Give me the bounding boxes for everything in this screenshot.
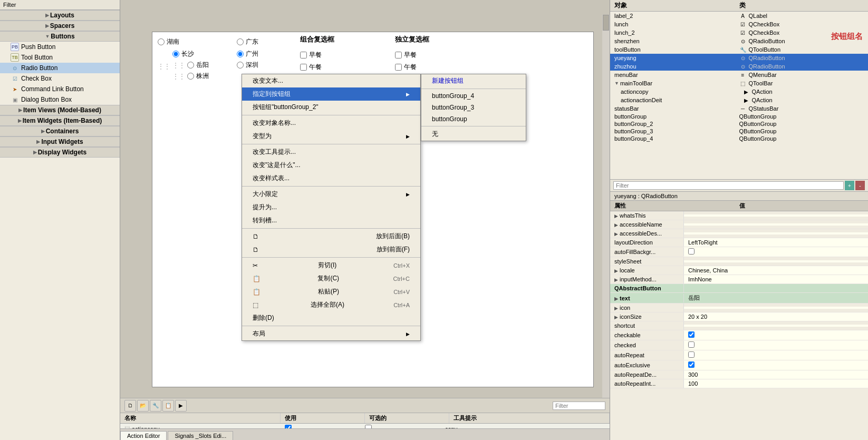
prop-row-shortcut[interactable]: shortcut — [610, 321, 868, 330]
obj-row-lunch2[interactable]: lunch_2 ☑QCheckBox — [610, 28, 868, 37]
menu-goto-slot[interactable]: 转到槽... — [242, 214, 420, 227]
combo-lunch[interactable]: 午餐 — [300, 63, 322, 72]
menu-promote[interactable]: 提升为... — [242, 201, 420, 214]
obj-row-zhuzhou[interactable]: zhuzhou ⊙QRadioButton — [610, 62, 868, 71]
menu-cut[interactable]: ✂ 剪切(I) Ctrl+X — [242, 259, 420, 272]
prop-row-autoexclusive[interactable]: autoExclusive — [610, 360, 868, 370]
action-used-1[interactable] — [285, 425, 292, 428]
combo-breakfast[interactable]: 早餐 — [300, 51, 322, 60]
prop-row-autofill[interactable]: autoFillBackgr... — [610, 247, 868, 257]
prop-row-layoutdirection[interactable]: layoutDirection LeftToRight — [610, 238, 868, 247]
prop-row-stylesheet[interactable]: styleSheet — [610, 257, 868, 266]
sidebar-item-radio-button[interactable]: ⊙ Radio Button — [0, 63, 120, 73]
icon-btn-1[interactable]: 🗋 — [124, 400, 136, 412]
obj-row-toolbutton[interactable]: toolButton 🔧QToolButton — [610, 45, 868, 54]
sidebar-item-command-link[interactable]: ➤ Command Link Button — [0, 84, 120, 94]
sidebar-item-input-widgets[interactable]: ▶ Input Widgets — [0, 136, 120, 147]
menu-size-limit[interactable]: 大小限定 — [242, 188, 420, 201]
prop-remove-btn[interactable]: - — [855, 181, 865, 190]
sidebar-item-spacers[interactable]: ▶ Spacers — [0, 21, 120, 31]
prop-row-iconsize[interactable]: ▶iconSize 20 x 20 — [610, 312, 868, 321]
menu-button-group2[interactable]: 按钮组"buttonGroup_2" — [242, 101, 420, 114]
submenu-group3[interactable]: buttonGroup_3 — [421, 102, 526, 113]
scrollbar-thumb[interactable] — [603, 15, 609, 31]
obj-row-lunch[interactable]: lunch ☑QCheckBox — [610, 20, 868, 28]
ind-lunch[interactable]: 午餐 — [395, 63, 417, 72]
radio-hunan[interactable]: 湖南 — [158, 37, 209, 46]
tab-action-editor[interactable]: Action Editor — [120, 431, 167, 440]
obj-row-menubar[interactable]: menuBar ≡QMenuBar — [610, 71, 868, 79]
prop-filter-input[interactable] — [613, 181, 844, 190]
prop-row-icon[interactable]: ▶icon — [610, 304, 868, 312]
prop-row-text[interactable]: ▶text 岳阳 — [610, 293, 868, 304]
prop-row-locale[interactable]: ▶locale Chinese, China — [610, 266, 868, 275]
autofill-checkbox[interactable] — [688, 248, 695, 255]
obj-row-shenzhen[interactable]: shenzhen ⊙QRadioButton — [610, 37, 868, 45]
obj-row-buttongroup4[interactable]: buttonGroup_4 QButtonGroup — [610, 135, 868, 142]
icon-btn-4[interactable]: 📋 — [162, 400, 174, 412]
sidebar-item-layouts[interactable]: ▶ Layouts — [0, 10, 120, 21]
submenu-none[interactable]: 无 — [421, 128, 526, 141]
menu-change-stylesheet[interactable]: 改变样式表... — [242, 172, 420, 185]
menu-assign-group[interactable]: 指定到按钮组 — [242, 87, 420, 101]
obj-row-label2[interactable]: label_2 AQLabel — [610, 12, 868, 20]
prop-row-accessibledes[interactable]: ▶accessibleDes... — [610, 229, 868, 238]
action-row-1[interactable]: ⬚ actioncopy copy — [120, 424, 610, 428]
radio-guangdong[interactable]: 广东 — [237, 37, 258, 46]
radio-shenzhen[interactable]: 深圳 — [237, 61, 258, 70]
prop-row-inputmethod[interactable]: ▶inputMethod... ImhNone — [610, 275, 868, 284]
autorepeat-checkbox[interactable] — [688, 351, 695, 358]
menu-bring-front[interactable]: 🗋放到前面(F) — [242, 243, 420, 256]
sidebar-item-display-widgets[interactable]: ▶ Display Widgets — [0, 147, 120, 158]
prop-add-btn[interactable]: + — [845, 181, 854, 190]
checkable-checkbox[interactable] — [688, 331, 695, 338]
tab-signals-slots[interactable]: Signals _Slots Edi... — [168, 431, 233, 440]
autoexclusive-checkbox[interactable] — [688, 361, 695, 368]
menu-select-all[interactable]: ⬚ 选择全部(A) Ctrl+A — [242, 298, 420, 311]
radio-changsha[interactable]: 长沙 — [172, 50, 209, 58]
sidebar-item-dialog-button[interactable]: ▣ Dialog Button Box — [0, 94, 120, 105]
prop-row-checkable[interactable]: checkable — [610, 330, 868, 340]
menu-change-name[interactable]: 改变对象名称... — [242, 116, 420, 130]
obj-row-maintoolbar[interactable]: ▼mainToolBar ⬚QToolBar — [610, 79, 868, 87]
obj-row-buttongroup3[interactable]: buttonGroup_3 QButtonGroup — [610, 128, 868, 135]
vertical-scrollbar[interactable] — [602, 15, 610, 398]
obj-row-actiondeit[interactable]: actionactionDeit ▶QAction — [610, 96, 868, 104]
menu-delete[interactable]: 删除(D) — [242, 311, 420, 325]
action-optional-1[interactable] — [365, 425, 372, 428]
menu-morph[interactable]: 变型为 — [242, 130, 420, 143]
obj-row-buttongroup2[interactable]: buttonGroup_2 QButtonGroup — [610, 120, 868, 128]
obj-row-yueyang[interactable]: yueyang ⊙QRadioButton — [610, 54, 868, 62]
obj-row-statusbar[interactable]: statusBar ─QStatusBar — [610, 104, 868, 113]
menu-change-whatsthis[interactable]: 改变"这是什么"... — [242, 159, 420, 172]
sidebar-item-item-widgets[interactable]: ▶ Item Widgets (Item-Based) — [0, 115, 120, 126]
radio-zhuzhou[interactable]: ⋮⋮ 株洲 — [172, 72, 209, 81]
menu-copy[interactable]: 📋 复制(C) Ctrl+C — [242, 272, 420, 285]
prop-row-accessiblename[interactable]: ▶accessibleName — [610, 220, 868, 229]
sidebar-item-item-views[interactable]: ▶ Item Views (Model-Based) — [0, 105, 120, 115]
icon-btn-3[interactable]: 🔧 — [150, 400, 161, 412]
icon-btn-5[interactable]: ▶ — [175, 400, 187, 412]
prop-row-whatsthis[interactable]: ▶whatsThis — [610, 211, 868, 220]
icon-btn-2[interactable]: 📂 — [137, 400, 149, 412]
obj-row-actioncopy[interactable]: actioncopy ▶QAction — [610, 87, 868, 96]
sidebar-item-tool-button[interactable]: TB Tool Button — [0, 52, 120, 63]
submenu-group[interactable]: buttonGroup — [421, 113, 526, 125]
prop-row-autorepeat[interactable]: autoRepeat — [610, 350, 868, 360]
menu-layout[interactable]: 布局 — [242, 327, 420, 340]
sidebar-item-buttons[interactable]: ▼ Buttons — [0, 31, 120, 42]
menu-change-text[interactable]: 改变文本... — [242, 74, 420, 87]
prop-row-autorepeatint[interactable]: autoRepeatInt... 100 — [610, 379, 868, 388]
sidebar-item-check-box[interactable]: ☑ Check Box — [0, 73, 120, 84]
prop-row-autorepeatde[interactable]: autoRepeatDe... 300 — [610, 370, 868, 379]
ind-breakfast[interactable]: 早餐 — [395, 51, 417, 60]
submenu-group4[interactable]: buttonGroup_4 — [421, 90, 526, 102]
menu-change-tooltip[interactable]: 改变工具提示... — [242, 145, 420, 159]
obj-row-buttongroup[interactable]: buttonGroup QButtonGroup — [610, 113, 868, 120]
menu-send-back[interactable]: 🗋放到后面(B) — [242, 230, 420, 243]
submenu-new-group[interactable]: 新建按钮组 — [421, 74, 526, 87]
checked-checkbox[interactable] — [688, 341, 695, 348]
radio-guangzhou[interactable]: 广州 — [237, 50, 258, 58]
menu-paste[interactable]: 📋 粘贴(P) Ctrl+V — [242, 285, 420, 298]
radio-yueyang[interactable]: ⋮⋮ 岳阳 — [172, 61, 209, 70]
